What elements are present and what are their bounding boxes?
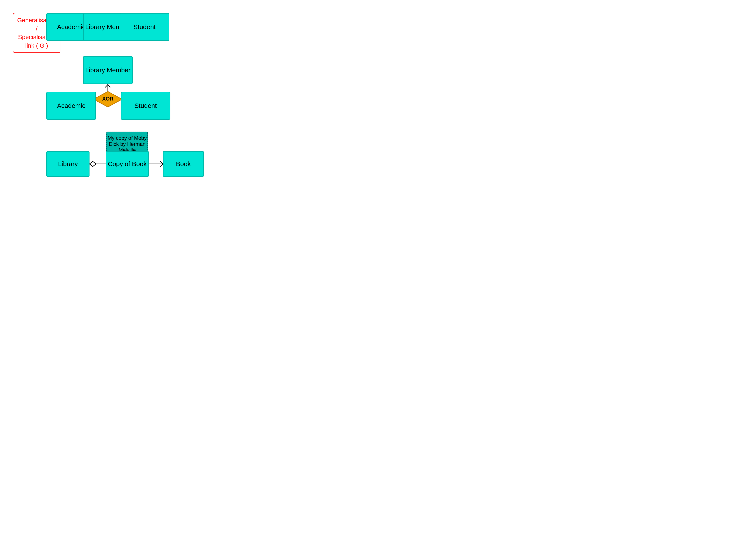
diagram3-copy-of-book: Copy of Book	[106, 151, 149, 177]
diagram2-student: Student	[121, 92, 170, 120]
diagram1-student: Student	[120, 13, 169, 41]
diagram2-academic: Academic	[46, 92, 96, 120]
diagram2-library-member: Library Member	[83, 56, 133, 84]
diagram3-book: Book	[163, 151, 204, 177]
svg-text:XOR: XOR	[102, 96, 113, 101]
diagram3-library: Library	[46, 151, 90, 177]
xor-diamond: XOR	[93, 91, 123, 108]
